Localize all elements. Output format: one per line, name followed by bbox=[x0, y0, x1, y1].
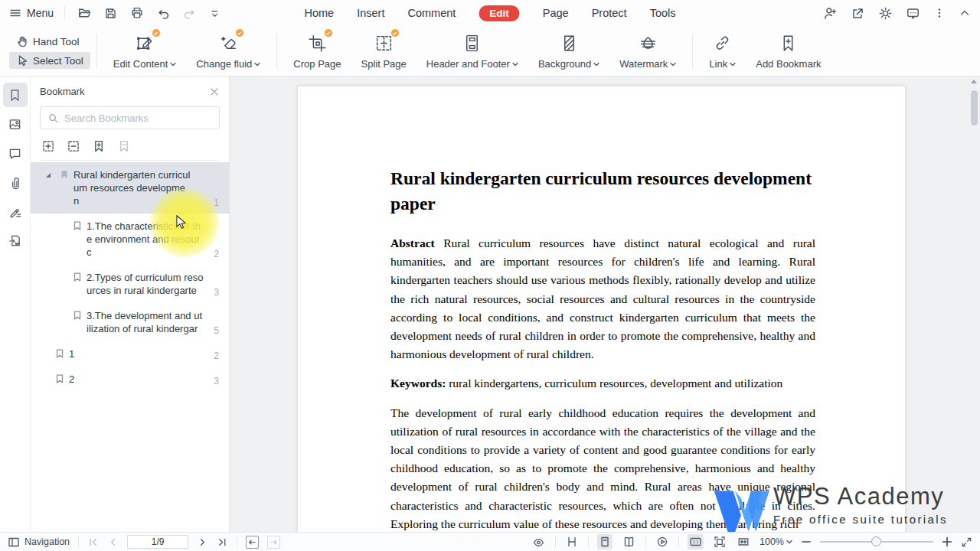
watermark-icon bbox=[638, 33, 658, 54]
bookmark-item[interactable]: 2 3 bbox=[31, 367, 229, 392]
save-icon[interactable] bbox=[104, 7, 117, 20]
feedback-icon[interactable] bbox=[906, 6, 920, 21]
zoom-out-icon[interactable] bbox=[801, 536, 812, 547]
bookmark-page: 3 bbox=[214, 287, 219, 298]
hand-icon bbox=[16, 35, 28, 47]
tab-home[interactable]: Home bbox=[305, 7, 335, 19]
change-fluid-button[interactable]: Change fluid bbox=[186, 32, 270, 70]
play-icon bbox=[656, 536, 668, 548]
wps-logo-icon bbox=[710, 483, 772, 532]
sidebar-item-comment[interactable] bbox=[3, 141, 28, 165]
add-bookmark-button[interactable]: Add Bookmark bbox=[746, 32, 831, 70]
collapse-ribbon-icon[interactable] bbox=[959, 7, 971, 19]
link-icon bbox=[712, 33, 733, 54]
tab-edit[interactable]: Edit bbox=[479, 5, 520, 21]
read-mode-button[interactable] bbox=[531, 534, 547, 550]
play-button[interactable] bbox=[655, 534, 670, 549]
facing-pages-button[interactable] bbox=[621, 534, 637, 549]
bookmark-label: 2 bbox=[69, 373, 186, 386]
share-icon[interactable] bbox=[851, 6, 865, 21]
add-user-icon[interactable] bbox=[823, 6, 838, 21]
bookmark-item[interactable]: 1 2 bbox=[31, 341, 229, 367]
vertical-scrollbar[interactable] bbox=[969, 80, 978, 126]
fullscreen-icon[interactable] bbox=[961, 536, 972, 548]
bookmark-panel: Bookmark Rural kindergarten curriculum r… bbox=[31, 77, 230, 532]
header-footer-button[interactable]: Header and Footer bbox=[416, 32, 528, 70]
redo-icon[interactable] bbox=[183, 7, 196, 20]
split-page-button[interactable]: Split Page bbox=[351, 32, 416, 70]
bookmark-item[interactable]: Rural kindergarten curriculum resources … bbox=[31, 162, 229, 214]
fit-page-button[interactable] bbox=[712, 534, 727, 549]
tab-page[interactable]: Page bbox=[543, 7, 569, 19]
page-indicator[interactable]: 1/9 bbox=[127, 535, 188, 549]
watermark-label: Watermark bbox=[619, 58, 668, 70]
collapse-all-icon[interactable] bbox=[67, 139, 80, 153]
print-icon[interactable] bbox=[130, 6, 144, 20]
undo-icon[interactable] bbox=[157, 7, 170, 20]
bookmark-item[interactable]: 2.Types of curriculum resources in rural… bbox=[31, 265, 229, 303]
chevron-down-icon bbox=[786, 540, 792, 544]
tab-tools[interactable]: Tools bbox=[650, 7, 676, 19]
actual-size-icon: 1:1 bbox=[689, 536, 702, 548]
settings-icon[interactable] bbox=[878, 6, 893, 21]
tab-protect[interactable]: Protect bbox=[592, 7, 627, 19]
prev-page-icon[interactable] bbox=[107, 536, 119, 548]
edit-content-button[interactable]: Edit Content bbox=[103, 32, 187, 70]
edit-ribbon: Hand Tool Select Tool Edit Content Chang… bbox=[0, 26, 980, 77]
add-bookmark-label: Add Bookmark bbox=[756, 58, 821, 70]
bookmark-item[interactable]: 1.The characteristics of the environment… bbox=[31, 214, 229, 265]
link-button[interactable]: Link bbox=[699, 32, 746, 70]
next-page-icon[interactable] bbox=[197, 536, 208, 548]
bookmark-flag-icon bbox=[55, 374, 64, 384]
zoom-slider-knob[interactable] bbox=[871, 536, 881, 546]
tab-comment[interactable]: Comment bbox=[407, 7, 456, 19]
document-viewport[interactable]: Rural kindergarten curriculum resources … bbox=[230, 77, 980, 532]
scroll-up-arrow-icon[interactable] bbox=[971, 80, 977, 83]
close-icon[interactable] bbox=[209, 86, 220, 97]
back-view-button[interactable] bbox=[246, 536, 259, 549]
scrollbar-thumb[interactable] bbox=[971, 90, 978, 126]
sidebar-item-bookmark[interactable] bbox=[3, 83, 28, 107]
document-title: Rural kindergarten curriculum resources … bbox=[390, 166, 815, 217]
abstract-paragraph: Abstract Rural curriculum resources have… bbox=[390, 234, 815, 364]
navigation-toggle[interactable]: Navigation bbox=[8, 536, 70, 548]
search-input[interactable] bbox=[64, 112, 212, 124]
crop-page-button[interactable]: Crop Page bbox=[283, 32, 351, 70]
pdf-page[interactable]: Rural kindergarten curriculum resources … bbox=[297, 86, 906, 532]
sidebar-item-attachment[interactable] bbox=[3, 170, 28, 194]
tab-insert[interactable]: Insert bbox=[357, 7, 384, 19]
forward-view-button[interactable] bbox=[267, 536, 280, 549]
add-bookmark-icon[interactable] bbox=[92, 139, 106, 153]
last-page-icon[interactable] bbox=[217, 536, 228, 548]
fit-width-button[interactable] bbox=[736, 534, 751, 549]
page-layout-button[interactable] bbox=[564, 534, 580, 549]
zoom-level-control[interactable]: 100% bbox=[760, 536, 792, 547]
customize-toolbar-icon[interactable] bbox=[209, 8, 220, 19]
bookmark-label: Rural kindergarten curriculum resources … bbox=[74, 168, 191, 207]
add-bookmark-icon bbox=[778, 33, 799, 54]
main-menu-button[interactable]: Menu bbox=[9, 7, 54, 19]
crop-page-label: Crop Page bbox=[293, 58, 341, 70]
first-page-icon[interactable] bbox=[87, 536, 99, 548]
remove-bookmark-icon[interactable] bbox=[117, 139, 131, 153]
sidebar-item-export-word[interactable] bbox=[3, 228, 28, 253]
more-icon[interactable] bbox=[933, 7, 946, 19]
zoom-in-icon[interactable] bbox=[942, 536, 952, 547]
select-tool-button[interactable]: Select Tool bbox=[9, 52, 90, 69]
sidebar-item-signature[interactable] bbox=[3, 199, 28, 223]
background-button[interactable]: Background bbox=[528, 32, 609, 70]
sidebar-item-thumbnail[interactable] bbox=[3, 112, 28, 136]
expand-all-icon[interactable] bbox=[41, 139, 55, 153]
actual-size-button[interactable]: 1:1 bbox=[688, 534, 704, 549]
expand-triangle-icon[interactable] bbox=[45, 172, 51, 178]
bookmark-search[interactable] bbox=[40, 106, 220, 129]
watermark-button[interactable]: Watermark bbox=[609, 32, 686, 70]
bookmark-item[interactable]: 3.The development and utilization of rur… bbox=[31, 303, 229, 341]
single-page-button[interactable] bbox=[597, 534, 612, 549]
facing-pages-icon bbox=[622, 536, 635, 548]
open-file-icon[interactable] bbox=[77, 6, 91, 20]
zoom-slider[interactable] bbox=[820, 541, 933, 543]
zoom-value: 100% bbox=[760, 536, 784, 547]
hand-tool-button[interactable]: Hand Tool bbox=[9, 33, 90, 50]
hamburger-icon bbox=[9, 7, 21, 19]
